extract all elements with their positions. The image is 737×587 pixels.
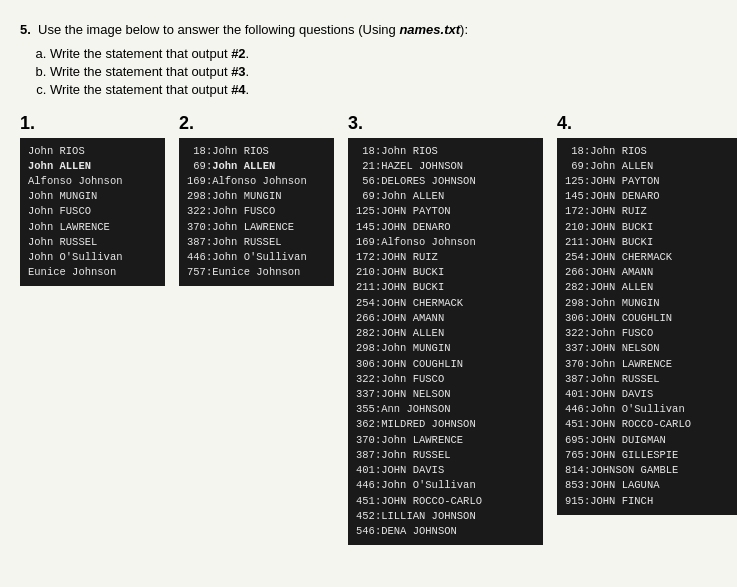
- panel-2-codebox: 18:John RIOS 69:John ALLEN 169:Alfonso J…: [179, 138, 334, 287]
- panel-3-codebox: 18:John RIOS 21:HAZEL JOHNSON 56:DELORES…: [348, 138, 543, 546]
- panel-3: 3. 18:John RIOS 21:HAZEL JOHNSON 56:DELO…: [348, 113, 543, 546]
- panel-1-label: 1.: [20, 113, 165, 134]
- panel-1-codebox: John RIOS John ALLEN Alfonso Johnson Joh…: [20, 138, 165, 287]
- panel-2: 2. 18:John RIOS 69:John ALLEN 169:Alfons…: [179, 113, 334, 287]
- panel-2-label: 2.: [179, 113, 334, 134]
- panel-4: 4. 18:John RIOS 69:John ALLEN 125:JOHN P…: [557, 113, 737, 515]
- panel-4-codebox: 18:John RIOS 69:John ALLEN 125:JOHN PAYT…: [557, 138, 737, 515]
- sub-questions-list: Write the statement that output #2. Writ…: [50, 46, 717, 97]
- question-text: 5. Use the image below to answer the fol…: [20, 20, 717, 40]
- panel-4-label: 4.: [557, 113, 737, 134]
- subquestion-c: Write the statement that output #4.: [50, 82, 717, 97]
- subquestion-a: Write the statement that output #2.: [50, 46, 717, 61]
- panels-row: 1. John RIOS John ALLEN Alfonso Johnson …: [20, 113, 717, 546]
- panel-1: 1. John RIOS John ALLEN Alfonso Johnson …: [20, 113, 165, 287]
- panel-3-label: 3.: [348, 113, 543, 134]
- question-header: 5. Use the image below to answer the fol…: [20, 20, 717, 97]
- subquestion-b: Write the statement that output #3.: [50, 64, 717, 79]
